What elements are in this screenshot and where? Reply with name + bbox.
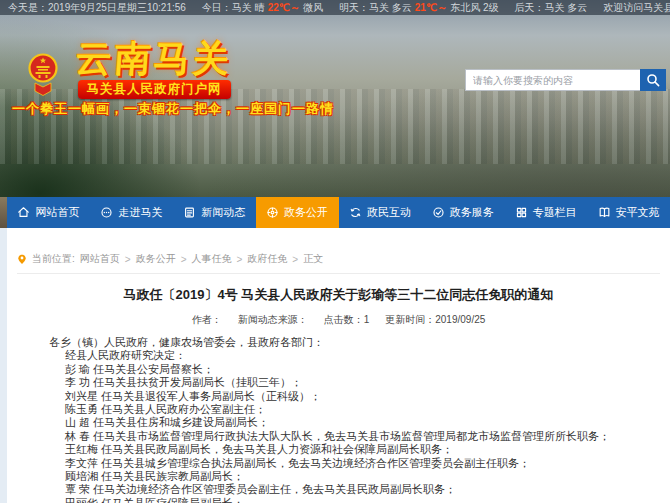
site-header: 今天是：2019年9月25日星期三10:21:56 今日：马关 晴 22℃～ 微… [0, 0, 670, 197]
search-button[interactable] [640, 69, 666, 91]
main-nav: 网站首页 走进马关 新闻动态 政务公开 [7, 197, 670, 228]
site-subtitle-banner: 马关县人民政府门户网 [78, 80, 231, 99]
breadcrumb-label: 当前位置: [32, 252, 75, 266]
special-topics-icon [515, 206, 528, 219]
nav-item-gov-open[interactable]: 政务公开 [256, 197, 339, 228]
article-body: 各乡（镇）人民政府，健康农场管委会，县政府各部门： 经县人民政府研究决定： 彭 … [19, 336, 658, 503]
breadcrumb-gov-open[interactable]: 政务公开 [136, 252, 176, 266]
nav-item-special[interactable]: 专题栏目 [504, 197, 587, 228]
search-input[interactable] [465, 69, 640, 91]
background-edge [0, 197, 7, 228]
weather-today: 今日：马关 晴 22℃～ 微风 [202, 1, 323, 15]
paragraph: 彭 瑜 任马关县公安局督察长； [19, 363, 658, 376]
paragraph: 李文萍 任马关县城乡管理综合执法局副局长，免去马关边境经济合作区管理委员会副主任… [19, 457, 658, 470]
welcome-text: 欢迎访问马关县人民政府门户网 [603, 1, 670, 15]
paragraph: 山 超 任马关县住房和城乡建设局副局长； [19, 416, 658, 429]
paragraph: 田丽华 任马关县医疗保障局副局长； [19, 497, 658, 503]
breadcrumb-gov-appointments[interactable]: 政府任免 [247, 252, 287, 266]
meta-updated: 更新时间：2019/09/25 [385, 313, 485, 327]
article: 马政任〔2019〕4号 马关县人民政府关于彭瑜等三十二位同志任免职的通知 作者：… [7, 286, 670, 503]
paragraph: 王红梅 任马关县民政局副局长，免去马关县人力资源和社会保障局副局长职务； [19, 443, 658, 456]
search-icon [646, 73, 660, 87]
nav-item-about[interactable]: 走进马关 [90, 197, 173, 228]
nav-item-news[interactable]: 新闻动态 [173, 197, 256, 228]
meta-source: 新闻动态来源： [238, 313, 308, 327]
weather-tomorrow: 明天：马关 多云 21℃～ 东北风 2级 [339, 1, 498, 15]
meta-hits: 点击数：1 [324, 313, 370, 327]
about-icon [100, 206, 113, 219]
location-pin-icon [17, 253, 27, 265]
site-slogan: 一个拳王一幅画，一束锢花一把伞，一座国门一路情 [12, 100, 334, 118]
weather-dayafter: 后天：马关 多云 [514, 1, 587, 15]
paragraph: 顾培湘 任马关县民族宗教局副局长； [19, 470, 658, 483]
site-brand: 云南马关 马关县人民政府门户网 [70, 38, 238, 99]
paragraph: 刘兴星 任马关县退役军人事务局副局长（正科级）； [19, 390, 658, 403]
service-icon [432, 206, 445, 219]
national-emblem-icon [26, 52, 60, 98]
topbar: 今天是：2019年9月25日星期三10:21:56 今日：马关 晴 22℃～ 微… [0, 0, 670, 15]
content-area: 当前位置: 网站首页 > 政务公开 > 人事任免 > 政府任免 > 正文 马政任… [7, 228, 670, 503]
paragraph: 各乡（镇）人民政府，健康农场管委会，县政府各部门： [19, 336, 658, 349]
interact-icon [349, 206, 362, 219]
article-meta: 作者： 新闻动态来源： 点击数：1 更新时间：2019/09/25 [19, 313, 658, 327]
site-title: 云南马关 [69, 38, 240, 78]
breadcrumb-current: 正文 [303, 252, 323, 266]
book-icon [598, 206, 611, 219]
paragraph: 覃 荣 任马关边境经济合作区管理委员会副主任，免去马关县民政局副局长职务； [19, 483, 658, 496]
nav-item-services[interactable]: 政务服务 [421, 197, 504, 228]
paragraph: 陈玉勇 任马关县人民政府办公室副主任； [19, 403, 658, 416]
topbar-date: 今天是：2019年9月25日星期三10:21:56 [8, 1, 186, 15]
breadcrumb-personnel[interactable]: 人事任免 [191, 252, 231, 266]
paragraph: 林 春 任马关县市场监督管理局行政执法大队大队长，免去马关县市场监督管理局都龙市… [19, 430, 658, 443]
tomorrow-temp: 21℃～ [415, 1, 447, 15]
breadcrumb: 当前位置: 网站首页 > 政务公开 > 人事任免 > 政府任免 > 正文 [17, 252, 660, 274]
today-temp: 22℃～ [268, 1, 300, 15]
breadcrumb-home[interactable]: 网站首页 [80, 252, 120, 266]
meta-author: 作者： [192, 313, 222, 327]
search-box [465, 69, 666, 91]
paragraph: 经县人民政府研究决定： [19, 349, 658, 362]
gov-open-icon [266, 206, 279, 219]
nav-item-home[interactable]: 网站首页 [7, 197, 90, 228]
article-title: 马政任〔2019〕4号 马关县人民政府关于彭瑜等三十二位同志任免职的通知 [19, 286, 658, 304]
paragraph: 李 功 任马关县扶贫开发局副局长（挂职三年）； [19, 376, 658, 389]
nav-item-interact[interactable]: 政民互动 [339, 197, 422, 228]
nav-item-culture[interactable]: 安平文苑 [587, 197, 670, 228]
page: 今天是：2019年9月25日星期三10:21:56 今日：马关 晴 22℃～ 微… [0, 0, 670, 503]
news-icon [183, 206, 196, 219]
home-icon [17, 206, 30, 219]
